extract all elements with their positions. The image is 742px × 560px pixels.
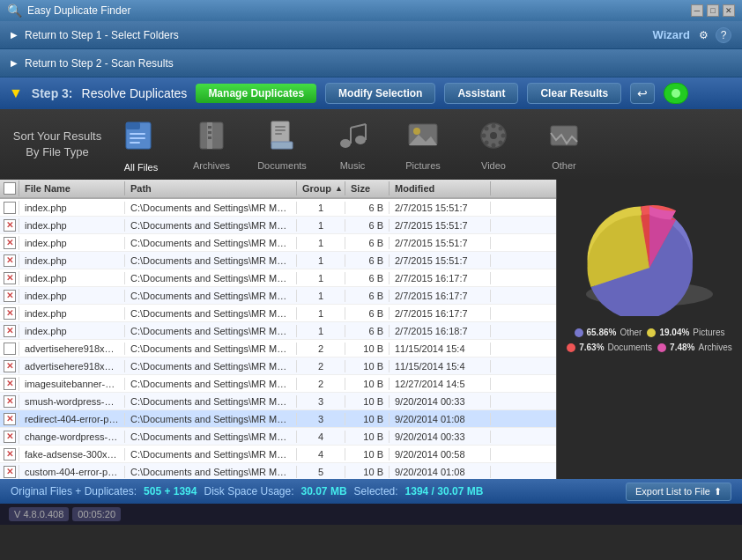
table-row[interactable]: ✕index.phpC:\Documents and Settings\MR M… <box>0 305 556 322</box>
row-checkbox[interactable]: ✕ <box>0 306 19 321</box>
filetype-all[interactable]: All Files <box>106 112 176 178</box>
table-row[interactable]: ✕change-wordpress-gravatar-300x12...C:\D… <box>0 428 556 446</box>
checkbox-checked[interactable]: ✕ <box>4 237 16 249</box>
table-row[interactable]: advertisehere918x90now1-300x29.gifC:\Doc… <box>0 340 556 357</box>
export-button[interactable]: Export List to File ⬆ <box>626 483 731 501</box>
checkbox-checked[interactable]: ✕ <box>4 413 16 425</box>
cell-path: C:\Documents and Settings\MR MUKI\My Doc… <box>125 378 297 390</box>
table-body[interactable]: index.phpC:\Documents and Settings\MR MU… <box>0 199 556 479</box>
table-row[interactable]: ✕index.phpC:\Documents and Settings\MR M… <box>0 217 556 234</box>
assistant-button[interactable]: Assistant <box>444 83 518 104</box>
power-button[interactable] <box>664 83 688 104</box>
undo-button[interactable]: ↩ <box>630 83 655 104</box>
row-checkbox[interactable]: ✕ <box>0 377 19 391</box>
header-checkbox[interactable] <box>4 182 16 195</box>
table-row[interactable]: index.phpC:\Documents and Settings\MR MU… <box>0 199 556 217</box>
cell-modified: 9/20/2014 01:08 <box>390 413 491 425</box>
cell-modified: 2/7/2015 16:17:7 <box>390 272 491 284</box>
manage-duplicates-button[interactable]: Manage Duplicates <box>196 84 316 103</box>
table-row[interactable]: ✕index.phpC:\Documents and Settings\MR M… <box>0 287 556 305</box>
minimize-button[interactable]: ─ <box>691 4 703 17</box>
checkbox-checked[interactable]: ✕ <box>4 219 16 232</box>
cell-group: 1 <box>297 290 345 302</box>
table-row[interactable]: ✕index.phpC:\Documents and Settings\MR M… <box>0 322 556 340</box>
th-modified[interactable]: Modified <box>390 181 491 195</box>
row-checkbox[interactable]: ✕ <box>0 412 19 426</box>
checkbox-checked[interactable]: ✕ <box>4 307 16 320</box>
cell-path: C:\Documents and Settings\MR MUKI\My Doc… <box>125 395 297 408</box>
wizard-label: Wizard <box>653 28 691 41</box>
filetype-pictures[interactable]: Pictures <box>388 112 458 178</box>
svg-point-30 <box>485 126 489 130</box>
row-checkbox[interactable] <box>0 201 19 215</box>
row-checkbox[interactable]: ✕ <box>0 465 19 479</box>
cell-group: 1 <box>297 219 345 232</box>
th-group[interactable]: Group <box>297 181 345 195</box>
row-checkbox[interactable]: ✕ <box>0 359 19 373</box>
help-icon[interactable]: ? <box>716 27 731 43</box>
legend-pictures-pct: 19.04% <box>659 328 689 337</box>
filetype-other[interactable]: Other <box>529 112 599 178</box>
checkbox-unchecked[interactable] <box>4 343 16 355</box>
gear-icon[interactable]: ⚙ <box>699 29 709 41</box>
step1-row[interactable]: ▶ Return to Step 1 - Select Folders Wiza… <box>0 21 742 49</box>
row-checkbox[interactable]: ✕ <box>0 447 19 461</box>
checkbox-checked[interactable]: ✕ <box>4 325 16 337</box>
modify-selection-button[interactable]: Modify Selection <box>325 83 435 104</box>
checkbox-checked[interactable]: ✕ <box>4 466 16 478</box>
table-row[interactable]: ✕imagesuitebanner-300x29.gifC:\Documents… <box>0 375 556 393</box>
checkbox-checked[interactable]: ✕ <box>4 378 16 390</box>
checkbox-checked[interactable]: ✕ <box>4 360 16 372</box>
row-checkbox[interactable]: ✕ <box>0 254 19 268</box>
row-checkbox[interactable]: ✕ <box>0 236 19 250</box>
cell-group: 3 <box>297 395 345 408</box>
table-row[interactable]: ✕redirect-404-error-page-300x137.gifC:\D… <box>0 410 556 428</box>
filetype-music[interactable]: Music <box>317 112 388 178</box>
all-files-icon <box>122 117 160 158</box>
filetype-sort-label: Sort Your ResultsBy File Type <box>9 129 106 160</box>
checkbox-checked[interactable]: ✕ <box>4 254 16 267</box>
filetype-archives[interactable]: Archives <box>176 112 247 178</box>
maximize-button[interactable]: □ <box>707 4 719 17</box>
row-checkbox[interactable]: ✕ <box>0 271 19 285</box>
row-checkbox[interactable]: ✕ <box>0 289 19 303</box>
table-row[interactable]: ✕fake-adsense-300x122.gifC:\Documents an… <box>0 446 556 463</box>
pictures-icon <box>406 119 440 157</box>
checkbox-checked[interactable]: ✕ <box>4 290 16 302</box>
clear-results-button[interactable]: Clear Results <box>527 83 621 104</box>
th-filename[interactable]: File Name <box>19 181 125 195</box>
th-path[interactable]: Path <box>125 181 297 195</box>
row-checkbox[interactable]: ✕ <box>0 394 19 409</box>
table-row[interactable]: ✕custom-404-error-page1-300x138.gifC:\Do… <box>0 463 556 479</box>
table-row[interactable]: ✕index.phpC:\Documents and Settings\MR M… <box>0 269 556 287</box>
step1-label: Return to Step 1 - Select Folders <box>25 29 179 41</box>
cell-group: 1 <box>297 307 345 320</box>
checkbox-checked[interactable]: ✕ <box>4 272 16 284</box>
close-button[interactable]: ✕ <box>723 4 735 17</box>
cell-modified: 2/7/2015 15:51:7 <box>390 237 491 249</box>
checkbox-unchecked[interactable] <box>4 202 16 214</box>
checkbox-checked[interactable]: ✕ <box>4 395 16 408</box>
checkbox-checked[interactable]: ✕ <box>4 448 16 461</box>
legend-archives-pct: 7.48% <box>670 343 694 352</box>
power-indicator <box>672 89 680 98</box>
filetype-documents[interactable]: Documents <box>247 112 317 178</box>
table-row[interactable]: ✕smush-wordpress-gravatar-image-3...C:\D… <box>0 393 556 410</box>
filetype-video[interactable]: Video <box>458 112 529 178</box>
legend-pictures: 19.04% Pictures <box>647 328 724 337</box>
row-checkbox[interactable]: ✕ <box>0 324 19 338</box>
svg-rect-9 <box>208 136 211 139</box>
step2-row[interactable]: ▶ Return to Step 2 - Scan Results <box>0 49 742 77</box>
checkbox-checked[interactable]: ✕ <box>4 431 16 443</box>
row-checkbox[interactable] <box>0 342 19 356</box>
row-checkbox[interactable]: ✕ <box>0 218 19 232</box>
table-row[interactable]: ✕index.phpC:\Documents and Settings\MR M… <box>0 252 556 269</box>
table-row[interactable]: ✕index.phpC:\Documents and Settings\MR M… <box>0 234 556 252</box>
th-size[interactable]: Size <box>345 181 390 195</box>
table-row[interactable]: ✕advertisehere918x90now-300x29.gifC:\Doc… <box>0 357 556 375</box>
cell-filename: index.php <box>19 202 125 214</box>
cell-modified: 2/7/2015 16:17:7 <box>390 290 491 302</box>
svg-rect-4 <box>130 142 140 144</box>
svg-point-27 <box>492 143 496 147</box>
row-checkbox[interactable]: ✕ <box>0 430 19 444</box>
